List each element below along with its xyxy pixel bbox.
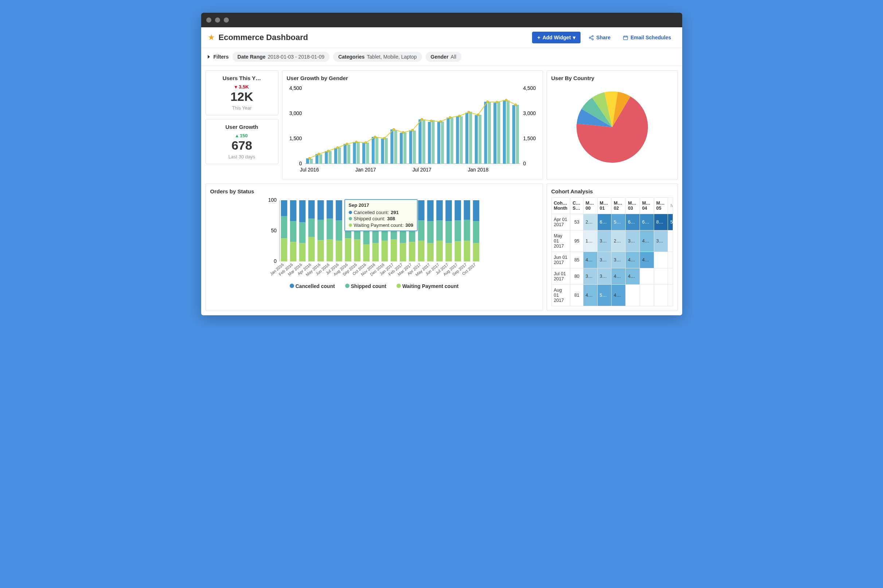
svg-rect-107 (317, 220, 324, 240)
svg-text:50: 50 (271, 228, 277, 233)
filter-chip-date-range[interactable]: Date Range 2018-01-03 - 2018-01-09 (233, 52, 330, 62)
kpi-delta-down: ▾ 3.5K (210, 84, 274, 90)
svg-rect-108 (317, 200, 324, 220)
svg-rect-3 (624, 36, 627, 40)
filter-chip-categories[interactable]: Categories Tablet, Mobile, Laptop (333, 52, 422, 62)
svg-text:1,500: 1,500 (289, 136, 302, 141)
svg-rect-176 (473, 200, 479, 221)
svg-rect-51 (484, 102, 487, 164)
kpi-sublabel: Last 30 days (210, 154, 274, 159)
svg-rect-126 (363, 244, 370, 261)
svg-rect-90 (281, 238, 287, 261)
svg-text:1,500: 1,500 (523, 136, 536, 141)
svg-text:Jul 2017: Jul 2017 (412, 167, 431, 172)
svg-point-82 (486, 100, 488, 103)
svg-rect-112 (326, 200, 333, 219)
svg-rect-106 (317, 240, 324, 261)
svg-rect-174 (473, 243, 479, 261)
tooltip-value: 309 (405, 222, 413, 229)
window-close-icon[interactable] (206, 18, 211, 22)
svg-rect-48 (469, 112, 472, 164)
svg-rect-102 (308, 237, 315, 261)
cohort-value-overflow (668, 268, 673, 285)
star-icon[interactable]: ★ (208, 33, 215, 42)
svg-rect-115 (335, 220, 342, 240)
svg-rect-100 (299, 200, 305, 222)
legend-swatch-icon (345, 284, 349, 288)
svg-point-76 (430, 120, 432, 122)
svg-rect-104 (308, 200, 315, 219)
filter-chip-value: Tablet, Mobile, Laptop (367, 54, 417, 60)
svg-rect-103 (308, 219, 315, 237)
svg-rect-32 (394, 130, 397, 164)
svg-point-83 (496, 101, 498, 103)
caret-down-icon: ▾ (573, 34, 575, 40)
kpi-card-user-growth[interactable]: User Growth ▴ 150 678 Last 30 days (206, 119, 278, 164)
cohort-value: 34.375% (583, 268, 597, 285)
add-widget-button[interactable]: + Add Widget ▾ (532, 32, 581, 44)
kpi-delta-up: ▴ 150 (210, 133, 274, 138)
cohort-value: 47.249% (583, 285, 597, 306)
svg-rect-156 (427, 200, 434, 221)
svg-point-67 (346, 143, 348, 145)
svg-rect-37 (418, 119, 421, 164)
share-button[interactable]: Share (584, 32, 615, 44)
kpi-card-users-this-year[interactable]: Users This Y… ▾ 3.5K 12K This Year (206, 70, 278, 116)
svg-rect-111 (326, 219, 333, 239)
svg-text:0: 0 (299, 161, 302, 166)
email-schedules-button[interactable]: Email Schedules (618, 32, 675, 44)
widget-cohort-analysis[interactable]: Cohort Analysis Cohort MonthCohort SizeM… (547, 183, 678, 311)
cohort-value: 27.701% (612, 231, 626, 252)
svg-rect-142 (399, 243, 406, 261)
svg-rect-49 (474, 115, 477, 164)
svg-point-64 (317, 153, 320, 155)
legend-item: Cancelled count (290, 283, 335, 289)
svg-rect-36 (412, 131, 415, 164)
filter-chip-value: 2018-01-03 - 2018-01-09 (268, 54, 325, 60)
window-minimize-icon[interactable] (215, 18, 220, 22)
cohort-value-overflow (668, 252, 673, 268)
filter-chip-label: Date Range (238, 54, 266, 60)
filter-chip-gender[interactable]: Gender All (426, 52, 462, 62)
page-title: Ecommerce Dashboard (219, 33, 529, 42)
svg-rect-138 (390, 240, 397, 261)
svg-rect-154 (427, 243, 434, 261)
svg-rect-19 (334, 148, 337, 164)
filters-label: Filters (214, 54, 229, 60)
window-maximize-icon[interactable] (224, 18, 229, 22)
svg-text:0: 0 (274, 258, 277, 264)
cohort-value: 81.88% (654, 214, 668, 231)
svg-point-77 (439, 120, 442, 123)
cohort-value: 38.754% (612, 252, 626, 268)
svg-rect-146 (409, 242, 415, 261)
col-header-overflow: M (668, 198, 673, 214)
cohort-value: 56.96% (612, 214, 626, 231)
svg-point-81 (477, 114, 479, 116)
cohort-size: 85 (570, 252, 584, 268)
cohort-size: 53 (570, 214, 584, 231)
cohort-month: May 01 2017 (551, 231, 570, 252)
titlebar (201, 13, 682, 27)
widget-orders-by-status[interactable]: Orders by Status 050100Jan 2016Feb 2016M… (206, 183, 543, 311)
svg-rect-44 (450, 118, 453, 164)
tooltip-title: Sep 2017 (349, 202, 414, 208)
widget-title: Cohort Analysis (551, 188, 673, 194)
svg-point-71 (383, 137, 385, 140)
expand-filters-icon[interactable] (208, 55, 210, 58)
svg-rect-14 (310, 159, 313, 164)
cohort-value: 16.62% (583, 231, 597, 252)
svg-rect-26 (366, 143, 369, 164)
col-header: Month 00 (583, 198, 597, 214)
table-row: Apr 01 20175328.48%60.52%56.96%67.64%67.… (551, 214, 673, 231)
svg-rect-46 (460, 116, 462, 164)
kpi-title: Users This Y… (210, 75, 274, 81)
cohort-value (654, 252, 668, 268)
widget-title: Orders by Status (210, 188, 538, 194)
widget-user-by-country[interactable]: User By Country (547, 70, 678, 180)
svg-text:3,000: 3,000 (289, 111, 302, 116)
svg-rect-53 (493, 103, 496, 164)
table-row: Jun 01 20178545.675%37.37%38.754%40.138%… (551, 252, 673, 268)
svg-point-84 (505, 99, 507, 101)
widget-user-growth-by-gender[interactable]: User Growth by Gender 001,5001,5003,0003… (282, 70, 543, 180)
svg-rect-151 (418, 220, 424, 240)
